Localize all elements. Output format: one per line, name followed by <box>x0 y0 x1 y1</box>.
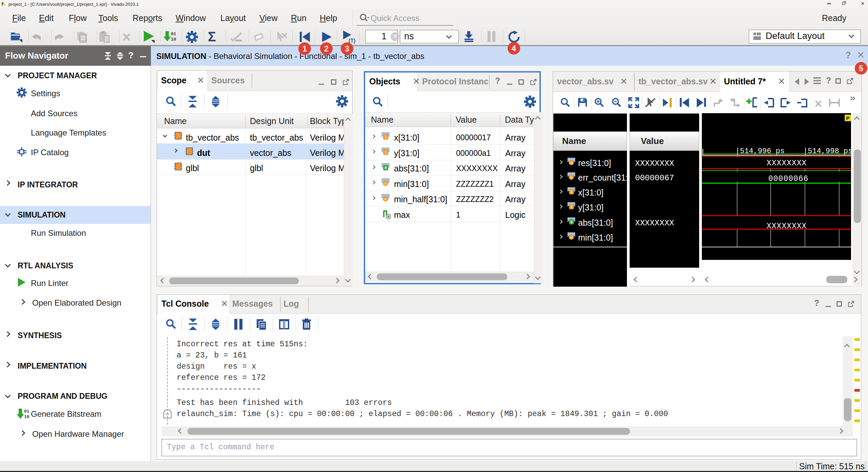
svg-text:01: 01 <box>171 32 176 37</box>
svg-text:01: 01 <box>24 409 29 414</box>
svg-text:10: 10 <box>171 37 176 42</box>
svg-text:10: 10 <box>24 414 29 419</box>
